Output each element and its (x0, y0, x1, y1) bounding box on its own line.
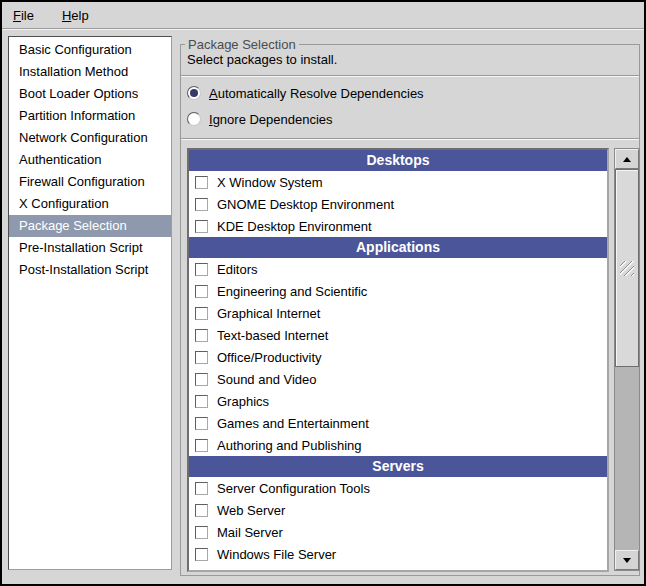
grip-icon (620, 261, 634, 276)
section-header-label: Applications (356, 239, 440, 255)
package-label: Engineering and Scientific (217, 284, 367, 299)
sidebar-item-boot-loader-options[interactable]: Boot Loader Options (9, 83, 171, 105)
package-row-web-server[interactable]: Web Server (189, 499, 607, 521)
package-row-kde-desktop-environment[interactable]: KDE Desktop Environment (189, 215, 607, 237)
instruction-text: Select packages to install. (187, 52, 337, 67)
checkbox-icon[interactable] (195, 504, 208, 517)
package-row-editors[interactable]: Editors (189, 258, 607, 280)
menu-file[interactable]: File (6, 5, 41, 26)
package-label: Graphical Internet (217, 306, 320, 321)
checkbox-icon[interactable] (195, 220, 208, 233)
package-label: Editors (217, 262, 257, 277)
kickstart-configurator-window: File Help Basic ConfigurationInstallatio… (0, 0, 646, 586)
package-row-authoring-and-publishing[interactable]: Authoring and Publishing (189, 434, 607, 456)
separator (181, 138, 639, 140)
package-section-header-servers: Servers (189, 456, 607, 477)
checkbox-icon[interactable] (195, 526, 208, 539)
scroll-up-button[interactable] (615, 149, 639, 169)
package-row-x-window-system[interactable]: X Window System (189, 171, 607, 193)
radio-button-icon[interactable] (187, 112, 201, 126)
checkbox-icon[interactable] (195, 263, 208, 276)
package-label: GNOME Desktop Environment (217, 197, 394, 212)
checkbox-icon[interactable] (195, 176, 208, 189)
package-row-windows-file-server[interactable]: Windows File Server (189, 543, 607, 565)
package-label: Web Server (217, 503, 285, 518)
frame-title: Package Selection (185, 37, 299, 52)
package-row-games-and-entertainment[interactable]: Games and Entertainment (189, 412, 607, 434)
package-selection-frame: Package Selection Select packages to ins… (180, 44, 640, 576)
package-label: Games and Entertainment (217, 416, 369, 431)
package-row-server-configuration-tools[interactable]: Server Configuration Tools (189, 477, 607, 499)
package-label: Sound and Video (217, 372, 317, 387)
sidebar-item-partition-information[interactable]: Partition Information (9, 105, 171, 127)
sidebar-item-authentication[interactable]: Authentication (9, 149, 171, 171)
sidebar-item-package-selection[interactable]: Package Selection (9, 215, 171, 237)
package-section-header-desktops: Desktops (189, 150, 607, 171)
package-label: Graphics (217, 394, 269, 409)
separator (181, 75, 639, 77)
arrow-down-icon (623, 558, 631, 563)
package-row-text-based-internet[interactable]: Text-based Internet (189, 324, 607, 346)
checkbox-icon[interactable] (195, 329, 208, 342)
package-list: Desktops X Window System GNOME Desktop E… (187, 148, 609, 572)
radio-ignore-dependencies[interactable]: Ignore Dependencies (187, 108, 333, 130)
scrollbar-thumb[interactable] (615, 169, 639, 367)
package-row-engineering-and-scientific[interactable]: Engineering and Scientific (189, 280, 607, 302)
sidebar-item-network-configuration[interactable]: Network Configuration (9, 127, 171, 149)
checkbox-icon[interactable] (195, 198, 208, 211)
radio-auto-resolve-dependencies[interactable]: Automatically Resolve Dependencies (187, 82, 424, 104)
sidebar-item-installation-method[interactable]: Installation Method (9, 61, 171, 83)
checkbox-icon[interactable] (195, 351, 208, 364)
sidebar-item-x-configuration[interactable]: X Configuration (9, 193, 171, 215)
package-row-sound-and-video[interactable]: Sound and Video (189, 368, 607, 390)
checkbox-icon[interactable] (195, 482, 208, 495)
package-label: Windows File Server (217, 547, 336, 562)
radio-label: Ignore Dependencies (209, 112, 333, 127)
section-list: Basic ConfigurationInstallation MethodBo… (8, 36, 172, 570)
section-header-label: Desktops (366, 152, 429, 168)
checkbox-icon[interactable] (195, 373, 208, 386)
vertical-scrollbar[interactable] (614, 148, 640, 571)
package-row-mail-server[interactable]: Mail Server (189, 521, 607, 543)
menu-help[interactable]: Help (55, 5, 96, 26)
checkbox-icon[interactable] (195, 548, 208, 561)
package-label: Authoring and Publishing (217, 438, 362, 453)
checkbox-icon[interactable] (195, 395, 208, 408)
package-label: Server Configuration Tools (217, 481, 370, 496)
sidebar-item-firewall-configuration[interactable]: Firewall Configuration (9, 171, 171, 193)
radio-dot-icon (190, 89, 198, 97)
sidebar-item-basic-configuration[interactable]: Basic Configuration (9, 39, 171, 61)
checkbox-icon[interactable] (195, 439, 208, 452)
checkbox-icon[interactable] (195, 285, 208, 298)
package-row-office-productivity[interactable]: Office/Productivity (189, 346, 607, 368)
checkbox-icon[interactable] (195, 417, 208, 430)
menu-bar: File Help (2, 2, 644, 29)
package-label: Text-based Internet (217, 328, 328, 343)
package-row-partial[interactable] (189, 565, 607, 572)
package-label: X Window System (217, 175, 322, 190)
package-row-gnome-desktop-environment[interactable]: GNOME Desktop Environment (189, 193, 607, 215)
radio-label: Automatically Resolve Dependencies (209, 86, 424, 101)
arrow-up-icon (623, 157, 631, 162)
package-label: KDE Desktop Environment (217, 219, 372, 234)
scroll-down-button[interactable] (615, 550, 639, 570)
sidebar-item-post-installation-script[interactable]: Post-Installation Script (9, 259, 171, 281)
package-row-graphics[interactable]: Graphics (189, 390, 607, 412)
package-section-header-applications: Applications (189, 237, 607, 258)
section-header-label: Servers (372, 458, 423, 474)
radio-button-icon[interactable] (187, 86, 201, 100)
scrollbar-track[interactable] (615, 169, 639, 550)
package-row-graphical-internet[interactable]: Graphical Internet (189, 302, 607, 324)
sidebar-item-pre-installation-script[interactable]: Pre-Installation Script (9, 237, 171, 259)
checkbox-icon[interactable] (195, 307, 208, 320)
package-label: Mail Server (217, 525, 283, 540)
package-label: Office/Productivity (217, 350, 322, 365)
checkbox-icon[interactable] (195, 570, 208, 573)
